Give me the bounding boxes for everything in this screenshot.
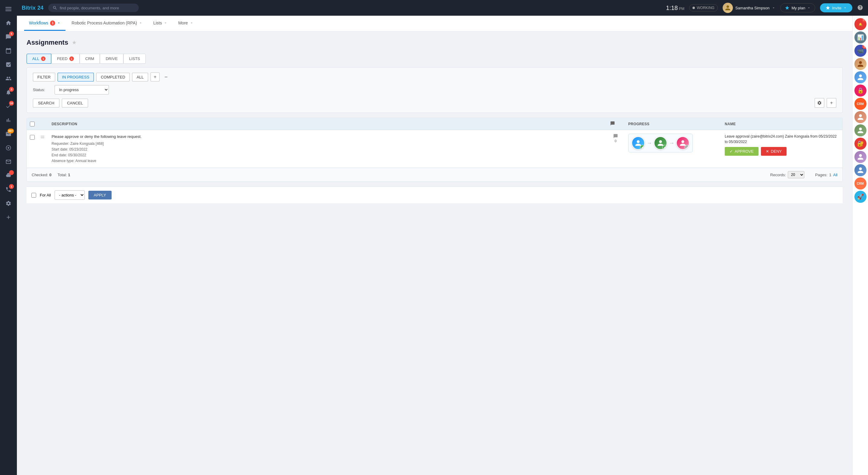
filter-tab-feed[interactable]: FEED 1 [51, 54, 80, 64]
sidebar-item-phone[interactable]: 1 [2, 183, 14, 196]
svg-point-10 [681, 140, 684, 143]
sidebar-item-home[interactable] [2, 17, 14, 29]
global-search[interactable]: find people, documents, and more [48, 4, 139, 12]
right-avatar-5[interactable] [855, 151, 867, 163]
assignment-name: Leave approval (zaire@bitrix24.com) Zair… [725, 134, 839, 145]
assignments-table: Description Progress Name [27, 118, 843, 182]
crm2-icon[interactable]: CRM [855, 177, 867, 189]
add-filter-button[interactable]: + [151, 72, 159, 82]
total-label: Total: 1 [58, 173, 70, 177]
sidebar-item-mail[interactable]: 99+ [2, 128, 14, 140]
filter-tab-group: ALL 1 FEED 1 CRM DRIVE LISTS [27, 54, 843, 64]
lock-icon[interactable]: 🔒 [855, 85, 867, 96]
approve-button[interactable]: ✓ APPROVE [725, 147, 758, 156]
invite-button[interactable]: Invite [820, 3, 852, 12]
completed-button[interactable]: COMPLETED [96, 73, 130, 82]
sidebar-item-menu[interactable] [2, 3, 14, 15]
collapse-filter-button[interactable]: − [164, 74, 168, 80]
search-button[interactable]: SEARCH [33, 99, 59, 108]
sidebar-item-settings[interactable] [2, 197, 14, 209]
svg-rect-5 [41, 136, 44, 136]
for-all-label: For All [40, 193, 51, 197]
records-select[interactable]: 20 10 50 100 [788, 171, 804, 178]
rocket-icon[interactable]: 🚀 [855, 191, 867, 203]
right-avatar-1[interactable] [855, 58, 867, 70]
filter-tab-all[interactable]: ALL 1 [27, 54, 51, 64]
sidebar-item-notifications[interactable]: 3 [2, 86, 14, 98]
sidebar-item-add[interactable] [2, 211, 14, 223]
svg-rect-2 [5, 10, 11, 11]
svg-point-12 [859, 75, 862, 77]
sidebar-item-target[interactable] [2, 142, 14, 154]
feed-tab-badge: 1 [69, 56, 74, 61]
notif-icon[interactable]: 🔔 73 [855, 18, 867, 30]
gear-button[interactable] [815, 98, 824, 108]
svg-point-13 [859, 114, 862, 117]
sidebar-item-chat[interactable]: 5 [2, 31, 14, 43]
notif-badge: 3 [9, 87, 14, 92]
topbar: Bitrix 24 find people, documents, and mo… [17, 0, 868, 16]
add-row-button[interactable]: + [827, 98, 836, 108]
cancel-button[interactable]: CANCEL [62, 99, 88, 108]
sidebar-item-team[interactable] [2, 72, 14, 85]
page-header: Assignments ★ [27, 39, 843, 47]
svg-rect-7 [41, 138, 44, 138]
deny-button[interactable]: ✕ DENY [761, 147, 786, 156]
sidebar-item-check[interactable]: 16 [2, 100, 14, 112]
tab-more[interactable]: More [174, 16, 198, 30]
favorite-star[interactable]: ★ [72, 39, 76, 46]
tab-rpa[interactable]: Robotic Process Automation (RPA) [67, 16, 147, 30]
filter-tab-lists[interactable]: LISTS [123, 54, 146, 64]
filter-section: FILTER IN PROGRESS COMPLETED ALL + − Sta… [27, 67, 843, 113]
checked-label: Checked: 0 [32, 173, 52, 177]
user-menu[interactable]: Samantha Simpson [723, 3, 775, 13]
filter-button[interactable]: FILTER [33, 73, 55, 82]
status-label: Status: [33, 88, 51, 92]
tab-lists[interactable]: Lists [148, 16, 172, 30]
action-bar: For All - actions - APPLY [27, 186, 843, 203]
action-buttons: ✓ APPROVE ✕ DENY [725, 147, 786, 156]
filter-tab-drive[interactable]: DRIVE [100, 54, 123, 64]
work-status[interactable]: WORKING [689, 4, 718, 11]
sidebar-item-drive[interactable] [2, 170, 14, 182]
apply-button[interactable]: APPLY [88, 191, 112, 200]
crm-icon[interactable]: CRM [855, 98, 867, 110]
right-avatar-4[interactable] [855, 124, 867, 137]
filter-row: Status: In progress Completed All [33, 85, 836, 94]
progress-header: Progress [625, 122, 722, 126]
flow-avatar-2: ✓ [654, 137, 667, 150]
help-button[interactable] [857, 4, 863, 11]
all-filter-button[interactable]: ALL [132, 73, 148, 82]
flow-avatar-1: ✓ [631, 137, 645, 150]
filter-tab-crm[interactable]: CRM [80, 54, 100, 64]
all-pages-link[interactable]: All [833, 173, 838, 177]
svg-point-3 [8, 147, 9, 149]
logo-text: Bitrix [22, 5, 36, 11]
progress-label [607, 121, 625, 127]
my-plan-button[interactable]: My plan [780, 3, 815, 12]
right-avatar-3[interactable] [855, 111, 867, 123]
main-nav: Workflows 1 Robotic Process Automation (… [17, 16, 852, 31]
tab-workflows[interactable]: Workflows 1 [24, 16, 65, 31]
in-progress-button[interactable]: IN PROGRESS [58, 73, 94, 82]
right-avatar-6[interactable] [855, 164, 867, 176]
sidebar-item-tasks[interactable] [2, 59, 14, 70]
page-title: Assignments [27, 39, 68, 47]
right-avatar-2[interactable] [855, 71, 867, 83]
actions-dropdown[interactable]: - actions - [55, 190, 85, 200]
video-call-icon[interactable]: 📹 2 [855, 44, 867, 57]
row-checkbox[interactable] [30, 135, 35, 140]
sidebar-item-chart[interactable] [2, 114, 14, 126]
table-header: Description Progress Name [27, 118, 842, 130]
select-all-checkbox[interactable] [30, 122, 35, 126]
lock2-icon[interactable]: 🔐 [855, 138, 867, 150]
status-select[interactable]: In progress Completed All [55, 85, 109, 94]
sidebar-item-envelope[interactable] [2, 156, 14, 168]
user-avatar [723, 3, 733, 13]
report-icon[interactable]: 📊 [855, 31, 867, 43]
for-all-checkbox[interactable] [31, 193, 36, 198]
workflows-badge: 1 [50, 21, 55, 26]
app-logo[interactable]: Bitrix 24 [22, 5, 43, 11]
mail-badge: 99+ [7, 128, 14, 133]
sidebar-item-calendar[interactable] [2, 44, 14, 57]
